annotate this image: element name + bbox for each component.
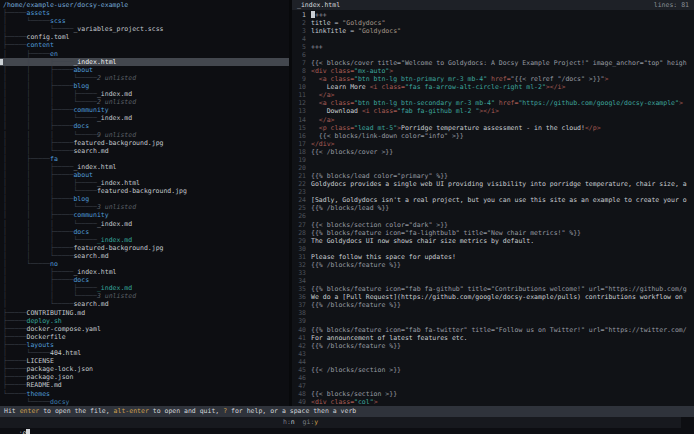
tree-dir-name: layouts bbox=[26, 341, 53, 349]
tree-row[interactable]: │ └─────search.md bbox=[0, 300, 289, 308]
tree-row[interactable]: │ │ │ └─────_index.md bbox=[0, 220, 289, 228]
tree-file-name: search.md bbox=[73, 300, 108, 308]
tree-row[interactable]: │ │ ├─────docs bbox=[0, 122, 289, 130]
line-number: 34 bbox=[292, 277, 306, 285]
tree-file-name: CONTRIBUTING.md bbox=[26, 309, 85, 317]
line-number: 24 bbox=[292, 196, 306, 204]
tree-row[interactable]: │ │ ├─────community bbox=[0, 211, 289, 219]
tree-row[interactable]: │ │ ├─────_index.html bbox=[0, 163, 289, 171]
tree-row[interactable]: /home/example-user/docsy-example bbox=[0, 1, 289, 9]
tree-row[interactable]: │ │ │ └─────2 unlisted bbox=[0, 98, 289, 106]
tree-branch: │ ├───── bbox=[3, 50, 50, 58]
tree-branch: │ │ ├───── bbox=[3, 66, 73, 74]
preview-line: 27{{< blocks/section color="dark" >}} bbox=[292, 221, 694, 229]
tree-row[interactable]: ├─────assets bbox=[0, 9, 289, 17]
preview-line: 4 bbox=[292, 35, 694, 43]
preview-panel: _index.html lines: 81 1+++2title = "Gold… bbox=[292, 0, 694, 406]
code-segment: {{% /blocks/feature %}} bbox=[311, 261, 401, 269]
tree-row[interactable]: │ │ │ └─────2 unlisted bbox=[0, 74, 289, 82]
preview-line: 26 bbox=[292, 212, 694, 220]
tree-branch: └───── bbox=[3, 390, 26, 398]
line-number: 47 bbox=[292, 382, 306, 390]
tree-dir-name: content bbox=[26, 41, 53, 49]
tree-row[interactable]: │ │ └─────search.md bbox=[0, 252, 289, 260]
tree-file-name: _index.md bbox=[97, 236, 132, 244]
tree-row[interactable]: ├─────Dockerfile bbox=[0, 333, 289, 341]
tree-row[interactable]: ├─────README.md bbox=[0, 381, 289, 389]
tree-branch: │ │ ├───── bbox=[3, 139, 73, 147]
tree-row[interactable]: │ ├─────_index.html bbox=[0, 268, 289, 276]
tree-row[interactable]: ├─────docker-compose.yaml bbox=[0, 325, 289, 333]
status-text: for help, or a space then a verb bbox=[227, 407, 356, 415]
tree-row[interactable]: │ │ ├─────about bbox=[0, 171, 289, 179]
preview-line: 28{{% blocks/feature icon="fa-lightbulb"… bbox=[292, 229, 694, 237]
tree-row[interactable]: ├─────deploy.sh bbox=[0, 317, 289, 325]
line-number: 15 bbox=[292, 124, 306, 132]
code-segment: <div class= bbox=[311, 398, 354, 406]
tree-row[interactable]: │ ├─────en bbox=[0, 50, 289, 58]
tree-branch: │ │ ├───── bbox=[3, 211, 73, 219]
code-segment: {{% blocks/lead color="primary" %}} bbox=[311, 172, 448, 180]
line-number: 26 bbox=[292, 212, 306, 220]
tree-row[interactable]: │ └─────404.html bbox=[0, 349, 289, 357]
tree-branch: ├───── bbox=[3, 381, 26, 389]
tree-row[interactable]: │ │ ├─────about bbox=[0, 66, 289, 74]
tree-row[interactable]: │ │ └─────search.md bbox=[0, 147, 289, 155]
code-segment: [Sadly, Goldydocs isn't a real project, … bbox=[311, 196, 687, 204]
line-number: 9 bbox=[292, 75, 306, 83]
tree-dir-name: en bbox=[50, 50, 58, 58]
tree-row[interactable]: ├─────layouts bbox=[0, 341, 289, 349]
broot-terminal: /home/example-user/docsy-example├─────as… bbox=[0, 0, 694, 434]
tree-file-name: _index.md bbox=[97, 114, 132, 122]
code-segment: </a> bbox=[311, 116, 334, 124]
line-number: 29 bbox=[292, 237, 306, 245]
tree-branch: │ │ │ ├───── bbox=[3, 90, 97, 98]
code-segment: linkTitle bbox=[311, 27, 350, 35]
code-segment: ></i> bbox=[479, 107, 499, 115]
status-text: to open the file, bbox=[39, 407, 113, 415]
tree-branch: │ ├───── bbox=[3, 276, 73, 284]
preview-line: 2title = "Goldydocs" bbox=[292, 19, 694, 27]
tree-row[interactable]: └─────docsy bbox=[0, 398, 289, 406]
preview-filename: _index.html bbox=[297, 0, 340, 10]
tree-branch: │ │ │ ├───── bbox=[3, 179, 97, 187]
preview-line: 35{{% blocks/feature icon="fab fa-github… bbox=[292, 285, 694, 293]
command-input[interactable]: :e h:n gi:y bbox=[0, 417, 681, 428]
tree-dir-name: no bbox=[50, 260, 58, 268]
tree-row[interactable]: │ │ ├─────featured-background.jpg bbox=[0, 139, 289, 147]
line-number: 19 bbox=[292, 156, 306, 164]
code-segment: > bbox=[679, 99, 683, 107]
tree-row[interactable]: │ │ ├─────blog bbox=[0, 82, 289, 90]
tree-row[interactable]: │ │ │ ├─────_index.md bbox=[0, 90, 289, 98]
tree-dir-name: fa bbox=[50, 155, 58, 163]
code-segment: +++ bbox=[315, 11, 327, 19]
tree-branch: │ │ ├───── bbox=[3, 58, 73, 66]
code-segment: "col" bbox=[354, 398, 374, 406]
tree-file-name: docker-compose.yaml bbox=[26, 325, 100, 333]
tree-row[interactable]: │ │ ├─────featured-background.jpg bbox=[0, 244, 289, 252]
line-number: 46 bbox=[292, 374, 306, 382]
code-segment: "btn btn-lg btn-secondary mr-3 mb-4" bbox=[354, 99, 495, 107]
tree-branch: │ └───── bbox=[3, 260, 50, 268]
tree-row[interactable]: │ └─────no bbox=[0, 260, 289, 268]
tree-branch: ├───── bbox=[3, 41, 26, 49]
tree-row[interactable]: ├─────CONTRIBUTING.md bbox=[0, 309, 289, 317]
tree-row[interactable]: │ │ │ ├─────_index.html bbox=[0, 179, 289, 187]
preview-lines: 1+++2title = "Goldydocs"3linkTitle = "Go… bbox=[292, 11, 694, 407]
tree-row[interactable]: ├─────content bbox=[0, 41, 289, 49]
tree-branch: └───── bbox=[3, 398, 50, 406]
code-segment: <i class= bbox=[362, 107, 397, 115]
tree-row[interactable]: └─────themes bbox=[0, 390, 289, 398]
line-number: 12 bbox=[292, 99, 306, 107]
tree-row[interactable]: │ │ │ └─────_index.md bbox=[0, 236, 289, 244]
tree-row[interactable]: ├─────LICENSE bbox=[0, 357, 289, 365]
preview-line: 31Please follow this space for updates! bbox=[292, 253, 694, 261]
tree-row[interactable]: │ │ │ └─────9 unlisted bbox=[0, 131, 289, 139]
tree-row[interactable]: │ │ ├─────docs bbox=[0, 228, 289, 236]
code-segment: {{% /blocks/feature %}} bbox=[311, 301, 401, 309]
tree-row-selected[interactable]: │ │ ├─────_index.html bbox=[0, 58, 289, 66]
line-number: 25 bbox=[292, 204, 306, 212]
preview-line: 32{{% /blocks/feature %}} bbox=[292, 261, 694, 269]
code-segment: href= bbox=[495, 99, 518, 107]
tree-row[interactable]: │ ├─────fa bbox=[0, 155, 289, 163]
